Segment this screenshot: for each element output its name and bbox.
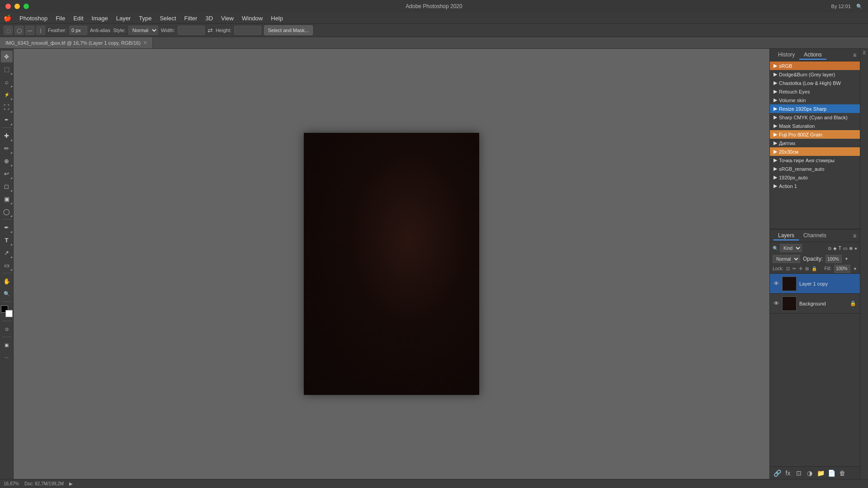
lock-paint-icon[interactable]: ✏ xyxy=(793,266,796,271)
lock-all-icon[interactable]: 🔒 xyxy=(811,266,817,271)
text-tool[interactable]: T xyxy=(1,234,13,246)
tab-history[interactable]: History xyxy=(774,51,799,60)
layers-panel-menu-icon[interactable]: ≡ xyxy=(853,233,856,239)
width-input[interactable] xyxy=(178,26,205,35)
lock-artboard-icon[interactable]: ⊞ xyxy=(805,266,809,271)
eraser-tool[interactable]: ◻ xyxy=(1,180,13,192)
menu-photoshop[interactable]: Photoshop xyxy=(16,14,51,23)
layer-visibility-icon[interactable]: 👁 xyxy=(774,280,779,287)
quick-mask-icon[interactable]: ⊙ xyxy=(1,323,13,335)
tab-layers[interactable]: Layers xyxy=(774,231,799,240)
action-item-diptych[interactable]: ▶ Диптих xyxy=(770,139,860,147)
extra-tools-icon[interactable]: ··· xyxy=(1,352,13,363)
new-adjustment-button[interactable]: ◑ xyxy=(805,469,814,478)
delete-layer-button[interactable]: 🗑 xyxy=(838,469,847,478)
hand-tool[interactable]: ✋ xyxy=(1,275,13,287)
action-item-dodge[interactable]: ▶ Dodge&Burn (Grey layer) xyxy=(770,70,860,79)
move-tool[interactable]: ✥ xyxy=(1,51,13,62)
marquee-rect-icon[interactable]: ⬚ xyxy=(4,26,13,35)
apple-menu[interactable]: 🍎 xyxy=(4,14,11,22)
tab-channels[interactable]: Channels xyxy=(799,231,831,240)
filter-kind-select[interactable]: Kind xyxy=(780,244,802,252)
style-select[interactable]: Normal xyxy=(128,26,158,35)
new-layer-button[interactable]: 📄 xyxy=(827,469,836,478)
link-layers-button[interactable]: 🔗 xyxy=(773,469,782,478)
marquee-tool[interactable]: ⬚ xyxy=(1,63,13,75)
menu-layer[interactable]: Layer xyxy=(113,14,135,23)
background-color[interactable] xyxy=(5,310,13,317)
quick-select-tool[interactable]: ⚡ xyxy=(1,89,13,100)
action-item-mask-sat[interactable]: ▶ Mask Saturation xyxy=(770,122,860,130)
eyedropper-tool[interactable]: ✒ xyxy=(1,114,13,126)
close-tab-icon[interactable]: ✕ xyxy=(143,40,147,45)
action-item-volume[interactable]: ▶ Volume skin xyxy=(770,96,860,104)
action-item-chastotka[interactable]: ▶ Chastotka (Low & High) BW xyxy=(770,79,860,87)
filter-text-icon[interactable]: T xyxy=(839,246,841,251)
screen-mode-icon[interactable]: ▣ xyxy=(1,339,13,351)
add-style-button[interactable]: fx xyxy=(783,469,793,478)
select-mask-button[interactable]: Select and Mask... xyxy=(264,25,313,35)
add-mask-button[interactable]: ⊡ xyxy=(794,469,803,478)
action-item-srgb[interactable]: ▶ sRGB xyxy=(770,61,860,70)
brush-tool[interactable]: ✏ xyxy=(1,142,13,154)
layer-item-background[interactable]: 👁 Background 🔒 xyxy=(770,294,860,314)
menu-help[interactable]: Help xyxy=(267,14,287,23)
path-select-tool[interactable]: ↗ xyxy=(1,247,13,258)
swap-dimensions-icon[interactable]: ⇄ xyxy=(208,27,213,34)
filter-toggle[interactable]: ● xyxy=(854,246,857,251)
search-icon[interactable]: 🔍 xyxy=(856,4,863,9)
opacity-arrow[interactable]: ▼ xyxy=(844,257,849,261)
blend-mode-select[interactable]: Normal xyxy=(773,255,800,263)
fill-input[interactable] xyxy=(834,265,850,273)
action-item-1920px-auto[interactable]: ▶ 1920px_auto xyxy=(770,173,860,182)
minimize-button[interactable] xyxy=(14,4,20,9)
document-tab[interactable]: IMG_6343_плохой_фон.tif @ 16,7% (Layer 1… xyxy=(0,37,153,48)
filter-adj-icon[interactable]: ◈ xyxy=(833,246,837,251)
canvas-area[interactable] xyxy=(14,49,769,479)
feather-input[interactable] xyxy=(69,26,87,35)
layer-item-copy[interactable]: 👁 Layer 1 copy xyxy=(770,274,860,294)
menu-window[interactable]: Window xyxy=(238,14,266,23)
layer-visibility-bg-icon[interactable]: 👁 xyxy=(774,300,779,307)
action-item-fuji[interactable]: ▶ Fuji Pro 800Z Grain xyxy=(770,130,860,139)
fill-arrow[interactable]: ▼ xyxy=(853,267,857,271)
action-item-resize[interactable]: ▶ Resize 1920px Sharp xyxy=(770,104,860,113)
doc-info-arrow[interactable]: ▶ xyxy=(69,481,73,486)
action-item-sharp-cmyk[interactable]: ▶ Sharp CMYK (Cyan and Black) xyxy=(770,113,860,122)
crop-tool[interactable]: ⛶ xyxy=(1,101,13,113)
shape-tool[interactable]: ▭ xyxy=(1,259,13,271)
menu-select[interactable]: Select xyxy=(156,14,179,23)
lock-pixels-icon[interactable]: ⊡ xyxy=(786,266,790,271)
clone-tool[interactable]: ⊕ xyxy=(1,155,13,167)
panel-menu-icon[interactable]: ≡ xyxy=(853,52,856,58)
filter-type-icon[interactable]: ⊙ xyxy=(828,246,831,251)
filter-smart-icon[interactable]: ⊕ xyxy=(849,246,853,251)
dodge-tool[interactable]: ◯ xyxy=(1,206,13,217)
lasso-tool[interactable]: ⌕ xyxy=(1,76,13,88)
tab-actions[interactable]: Actions xyxy=(799,51,826,60)
maximize-button[interactable] xyxy=(24,4,29,9)
action-item-20x30[interactable]: ▶ 20x30cм xyxy=(770,147,860,156)
heal-tool[interactable]: ✚ xyxy=(1,130,13,141)
color-swatches[interactable] xyxy=(1,305,13,317)
menu-file[interactable]: File xyxy=(52,14,69,23)
action-item-srgb-rename[interactable]: ▶ sRGB_rename_auto xyxy=(770,164,860,173)
action-item-retouch[interactable]: ▶ Retouch Eyes xyxy=(770,87,860,96)
menu-type[interactable]: Type xyxy=(135,14,155,23)
close-button[interactable] xyxy=(5,4,11,9)
menu-view[interactable]: View xyxy=(217,14,237,23)
height-input[interactable] xyxy=(234,26,261,35)
menu-filter[interactable]: Filter xyxy=(181,14,201,23)
action-item-stickers[interactable]: ▶ Точка-тире Аня стикеры xyxy=(770,156,860,164)
marquee-v-icon[interactable]: | xyxy=(36,26,45,35)
marquee-h-icon[interactable]: — xyxy=(25,26,34,35)
zoom-tool[interactable]: 🔍 xyxy=(1,288,13,300)
history-brush-tool[interactable]: ↩ xyxy=(1,168,13,179)
lock-position-icon[interactable]: ✛ xyxy=(799,266,802,271)
gradient-tool[interactable]: ▣ xyxy=(1,193,13,205)
menu-3d[interactable]: 3D xyxy=(202,14,217,23)
menu-edit[interactable]: Edit xyxy=(70,14,87,23)
action-item-action1[interactable]: ▶ Action 1 xyxy=(770,182,860,190)
menu-image[interactable]: Image xyxy=(88,14,112,23)
filter-shape-icon[interactable]: ▭ xyxy=(843,246,847,251)
